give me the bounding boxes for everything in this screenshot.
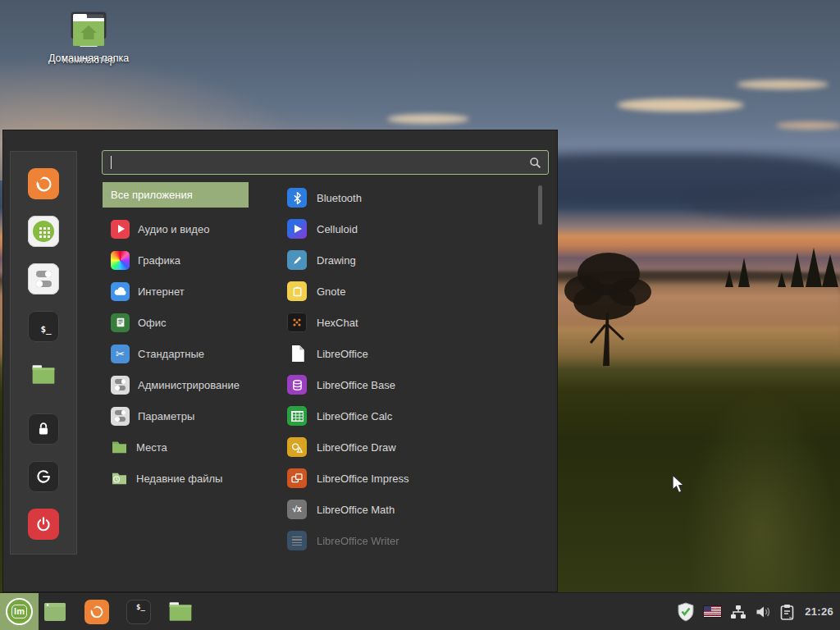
sidebar-button-files[interactable] — [28, 358, 59, 390]
settings-toggles-icon — [36, 271, 52, 287]
application-hexchat[interactable]: HexChat — [281, 307, 538, 338]
application-label: LibreOffice Calc — [317, 410, 392, 422]
desktop-icon-label: Домашняя папка — [48, 52, 129, 64]
launcher-terminal[interactable]: $_ — [124, 597, 153, 627]
application-label: LibreOffice Impress — [317, 472, 409, 485]
category-all-applications[interactable]: Все приложения — [103, 182, 249, 208]
mouse-cursor — [670, 474, 687, 495]
launcher-files[interactable] — [166, 597, 195, 627]
app-hexchat-icon — [287, 313, 307, 332]
tray-item-keyboard-layout[interactable] — [704, 606, 721, 617]
category-internet[interactable]: Интернет — [103, 276, 249, 307]
category-administration[interactable]: Администрирование — [103, 369, 249, 400]
application-label: Bluetooth — [317, 192, 362, 204]
category-label: Офис — [138, 317, 167, 329]
firefox-launcher-icon — [84, 600, 109, 624]
tray-item-network[interactable] — [730, 605, 746, 619]
scrollbar-thumb[interactable] — [538, 185, 542, 225]
sidebar-button-logout[interactable] — [28, 461, 59, 492]
category-graphics[interactable]: Графика — [103, 244, 249, 276]
category-label: Все приложения — [111, 189, 193, 201]
system-tray: 21:26 — [677, 602, 840, 622]
sidebar-button-terminal[interactable]: $_ — [28, 311, 59, 342]
category-label: Администрирование — [138, 379, 240, 391]
application-libreoffice-calc[interactable]: LibreOffice Calc — [281, 400, 538, 431]
sidebar-button-lock-screen[interactable] — [28, 413, 59, 445]
wallpaper-lit-cloud — [387, 114, 469, 124]
application-label: LibreOffice Base — [317, 379, 395, 391]
application-libreoffice-writer[interactable]: LibreOffice Writer — [281, 525, 538, 556]
wallpaper-lit-cloud — [737, 80, 829, 89]
application-label: HexChat — [317, 317, 358, 329]
cat-admin-icon — [111, 376, 130, 395]
wallpaper-grass-path — [558, 353, 840, 630]
application-gnote[interactable]: Gnote — [281, 276, 538, 307]
category-recent-files[interactable]: Недавние файлы — [103, 463, 249, 494]
clock[interactable]: 21:26 — [805, 605, 833, 618]
application-bluetooth[interactable]: Bluetooth — [281, 182, 538, 213]
tray-item-volume[interactable] — [756, 605, 771, 619]
application-drawing[interactable]: Drawing — [281, 244, 538, 276]
cat-internet-icon — [111, 282, 130, 301]
application-label: LibreOffice Draw — [317, 441, 396, 454]
tray-item-system-reports[interactable] — [780, 604, 794, 620]
search-input[interactable] — [102, 150, 549, 175]
app-celluloid-icon — [287, 219, 307, 239]
sidebar-button-system-settings[interactable] — [28, 263, 59, 294]
sidebar-button-shutdown[interactable] — [28, 509, 59, 540]
category-label: Аудио и видео — [138, 223, 209, 235]
launcher-firefox[interactable] — [82, 597, 112, 627]
app-lodraw-icon — [287, 437, 307, 457]
desktop-icon-home[interactable]: Домашняя папка — [48, 11, 130, 64]
application-label: LibreOffice — [317, 348, 368, 360]
launcher-show-desktop[interactable] — [40, 597, 70, 627]
application-libreoffice[interactable]: LibreOffice — [281, 338, 538, 369]
application-label: Gnote — [317, 285, 345, 298]
app-loimpress-icon — [287, 468, 307, 488]
app-drawing-icon — [287, 250, 307, 270]
app-localc-icon — [287, 406, 307, 426]
category-accessories[interactable]: ✂ Стандартные — [103, 338, 249, 369]
text-caret — [111, 156, 112, 169]
cat-places-icon — [111, 441, 128, 454]
taskbar: lm $_ — [0, 592, 840, 630]
category-office[interactable]: Офис — [103, 307, 249, 338]
sidebar-button-software-manager[interactable] — [28, 216, 59, 247]
wallpaper-tree — [559, 243, 658, 374]
mint-logo-icon: lm — [6, 598, 33, 625]
firefox-icon — [33, 173, 55, 195]
application-label: Drawing — [317, 254, 356, 267]
lock-icon — [34, 420, 52, 438]
tray-item-updates-shield[interactable] — [677, 602, 695, 622]
application-libreoffice-impress[interactable]: LibreOffice Impress — [281, 463, 538, 494]
mint-lm-glyph: lm — [11, 605, 27, 619]
sidebar-button-firefox[interactable] — [28, 168, 59, 199]
category-places[interactable]: Места — [103, 431, 249, 463]
app-libreoffice-icon — [287, 344, 307, 363]
category-preferences[interactable]: Параметры — [103, 400, 249, 431]
cat-settings-icon — [111, 407, 130, 426]
home-folder-icon — [66, 11, 111, 48]
app-gnote-icon — [287, 281, 307, 301]
category-label: Графика — [138, 254, 180, 267]
category-audio-video[interactable]: Аудио и видео — [103, 213, 249, 244]
application-celluloid[interactable]: Celluloid — [281, 213, 538, 244]
show-desktop-icon — [43, 602, 66, 622]
software-manager-icon — [33, 221, 54, 242]
cat-graphics-icon — [111, 251, 130, 270]
application-libreoffice-base[interactable]: LibreOffice Base — [281, 369, 538, 400]
application-menu: $_ Все приложения — [2, 130, 558, 592]
wallpaper-lit-cloud — [776, 121, 840, 130]
menu-button[interactable]: lm — [0, 593, 39, 630]
cat-recent-icon — [111, 472, 128, 486]
shield-check-icon — [677, 602, 695, 622]
network-wired-icon — [730, 605, 746, 619]
us-flag-icon — [704, 606, 721, 617]
app-lobase-icon — [287, 375, 307, 395]
category-list: Все приложения Аудио и видео Графика Инт… — [103, 182, 249, 494]
power-icon — [34, 515, 52, 533]
application-libreoffice-draw[interactable]: LibreOffice Draw — [281, 431, 538, 463]
application-libreoffice-math[interactable]: √x LibreOffice Math — [281, 494, 538, 525]
category-label: Места — [136, 441, 167, 454]
taskbar-launchers: $_ — [40, 597, 208, 627]
